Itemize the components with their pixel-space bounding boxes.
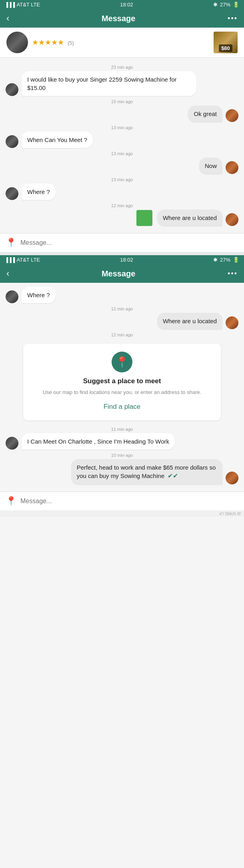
bubble-sent-6b: Where are u located: [157, 313, 222, 329]
timestamp-msg2: 15 min ago: [6, 99, 238, 104]
signal-icon-2: ▐▐▐: [5, 257, 15, 263]
carrier-label: AT&T LTE: [17, 2, 40, 8]
more-button-2[interactable]: •••: [228, 270, 238, 278]
message-row-received-3: When Can You Meet ?: [6, 132, 238, 148]
timestamp-suggest: 12 min ago: [6, 332, 238, 337]
battery-icon-2: 🔋: [233, 257, 239, 263]
timestamp-msg6: 12 min ago: [6, 203, 238, 208]
messages-area-1: 23 min ago I would like to buy your Sing…: [0, 58, 244, 233]
bubble-received-5b: Where ?: [22, 287, 56, 303]
header-title-1: Message: [9, 14, 228, 23]
timestamp-msg7: 11 min ago: [6, 427, 238, 432]
timestamp-msg8: 10 min ago: [6, 453, 238, 458]
star-count: (5): [68, 40, 74, 46]
status-right-1: ✱ 27% 🔋: [213, 2, 239, 8]
location-icon-btn-2[interactable]: 📍: [6, 496, 16, 506]
bubble-received-7: I Can Meet On Charlotte , Since I'm Head…: [22, 433, 175, 450]
message-row-received-5b: Where ?: [6, 287, 238, 303]
battery-label-1: 27%: [220, 2, 230, 8]
avatar-sent-6: [226, 213, 238, 226]
profile-area: ★★★★★ (5) $80: [0, 28, 244, 58]
signal-icon: ▐▐▐: [5, 2, 15, 8]
bubble-sent-8: Perfect, head to work and make $65 more …: [71, 459, 222, 484]
watermark: 🏷 Stitch It!: [0, 510, 244, 517]
status-left-2: ▐▐▐ AT&T LTE: [5, 257, 40, 263]
header-title-2: Message: [9, 269, 228, 278]
checkmark-icon: ✔✔: [168, 472, 178, 479]
header-2: ‹ Message •••: [0, 264, 244, 283]
message-row-sent-4: Now: [6, 158, 238, 174]
map-preview-square: [136, 210, 152, 226]
carrier-label-2: AT&T LTE: [17, 257, 40, 263]
timestamp-msg5: 13 min ago: [6, 177, 238, 182]
avatar-small-1: [6, 83, 18, 96]
screen-1: ▐▐▐ AT&T LTE 18:02 ✱ 27% 🔋 ‹ Message •••…: [0, 0, 244, 252]
time-label-1: 18:02: [120, 2, 133, 8]
profile-left: ★★★★★ (5): [6, 32, 74, 53]
status-right-2: ✱ 27% 🔋: [213, 257, 239, 263]
input-bar-1: 📍: [0, 233, 244, 252]
messages-area-2: Where ? 12 min ago Where are u located 1…: [0, 283, 244, 492]
header-1: ‹ Message •••: [0, 9, 244, 28]
screen-2: ▐▐▐ AT&T LTE 18:02 ✱ 27% 🔋 ‹ Message •••…: [0, 255, 244, 517]
timestamp-msg1: 23 min ago: [6, 65, 238, 70]
avatar-sent-6b: [226, 316, 238, 329]
avatar-small-5b: [6, 290, 18, 303]
avatar-sent-8: [226, 472, 238, 484]
message-row-sent-8: Perfect, head to work and make $65 more …: [6, 459, 238, 484]
avatar-image: [6, 32, 28, 53]
price-badge: $80: [219, 44, 232, 52]
suggest-title: Suggest a place to meet: [33, 377, 212, 385]
avatar-small-5: [6, 187, 18, 200]
bubble-sent-4: Now: [199, 158, 222, 174]
suggest-location-icon: 📍: [112, 352, 132, 372]
suggest-desc: Use our map to find locations near you, …: [33, 388, 212, 396]
suggest-meet-card: 📍 Suggest a place to meet Use our map to…: [23, 344, 221, 420]
battery-label-2: 27%: [220, 257, 230, 263]
more-button-1[interactable]: •••: [228, 14, 238, 23]
message-input-2[interactable]: [20, 498, 238, 505]
product-thumbnail[interactable]: $80: [214, 32, 238, 53]
bluetooth-icon: ✱: [213, 2, 218, 8]
bubble-received-3: When Can You Meet ?: [22, 132, 93, 148]
back-button-2[interactable]: ‹: [6, 268, 9, 279]
bluetooth-icon-2: ✱: [213, 257, 218, 263]
status-bar-1: ▐▐▐ AT&T LTE 18:02 ✱ 27% 🔋: [0, 0, 244, 9]
message-row-sent-6b: Where are u located: [6, 313, 238, 329]
message-row-received-1: I would like to buy your Singer 2259 Sow…: [6, 71, 238, 96]
avatar-sent-2: [226, 109, 238, 122]
bubble-sent-6: Where are u located: [157, 210, 222, 226]
avatar-small-3: [6, 135, 18, 148]
message-input-1[interactable]: [20, 239, 238, 246]
timestamp-msg3: 13 min ago: [6, 125, 238, 130]
back-button-1[interactable]: ‹: [6, 13, 9, 24]
time-label-2: 18:02: [120, 257, 133, 263]
profile-info: ★★★★★ (5): [32, 38, 74, 47]
location-icon-btn-1[interactable]: 📍: [6, 238, 16, 248]
input-bar-2: 📍: [0, 492, 244, 510]
timestamp-msg4: 13 min ago: [6, 151, 238, 156]
battery-icon: 🔋: [233, 2, 239, 8]
message-row-sent-2: Ok great: [6, 106, 238, 122]
avatar-sent-4: [226, 161, 238, 174]
avatar-small-7: [6, 437, 18, 450]
timestamp-msg6b: 12 min ago: [6, 306, 238, 311]
message-row-sent-6: Where are u located: [6, 210, 238, 226]
star-rating: ★★★★★ (5): [32, 38, 74, 47]
bubble-received-1: I would like to buy your Singer 2259 Sow…: [22, 71, 196, 96]
message-row-received-5: Where ?: [6, 184, 238, 200]
status-bar-2: ▐▐▐ AT&T LTE 18:02 ✱ 27% 🔋: [0, 255, 244, 264]
status-left-1: ▐▐▐ AT&T LTE: [5, 2, 40, 8]
bubble-sent-2: Ok great: [188, 106, 222, 122]
message-row-received-7: I Can Meet On Charlotte , Since I'm Head…: [6, 433, 238, 450]
bubble-received-5: Where ?: [22, 184, 56, 200]
avatar[interactable]: [6, 32, 28, 53]
section-divider: [0, 252, 244, 255]
find-place-button[interactable]: Find a place: [104, 403, 141, 410]
